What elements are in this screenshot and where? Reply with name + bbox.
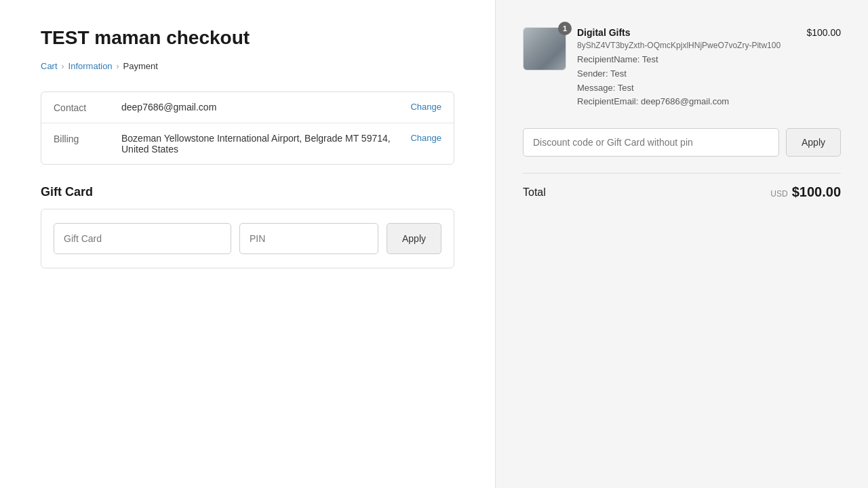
breadcrumb-information[interactable]: Information — [68, 61, 113, 71]
product-recipient-email: RecipientEmail: deep7686@gmail.com — [577, 95, 795, 109]
gift-card-apply-button[interactable]: Apply — [387, 223, 441, 254]
billing-value: Bozeman Yellowstone International Airpor… — [121, 133, 397, 155]
right-panel: 1 Digital Gifts 8yShZ4VT3byZxth-OQmcKpjx… — [495, 0, 868, 488]
product-image-wrapper: 1 — [523, 27, 566, 70]
total-currency: USD — [770, 189, 787, 199]
product-sender: Sender: Test — [577, 67, 795, 81]
product-recipient-name: RecipientName: Test — [577, 53, 795, 67]
total-label: Total — [523, 186, 546, 199]
breadcrumb-sep-1: › — [62, 62, 64, 71]
product-code: 8yShZ4VT3byZxth-OQmcKpjxlHNjPweO7voZry-P… — [577, 41, 795, 50]
breadcrumb: Cart › Information › Payment — [41, 61, 454, 71]
product-meta: RecipientName: Test Sender: Test Message… — [577, 53, 795, 109]
product-details: Digital Gifts 8yShZ4VT3byZxth-OQmcKpjxlH… — [577, 27, 795, 109]
gift-card-inputs: Apply — [54, 223, 441, 254]
discount-input[interactable] — [523, 128, 779, 157]
total-amount-wrapper: USD $100.00 — [770, 184, 841, 200]
breadcrumb-cart[interactable]: Cart — [41, 61, 58, 71]
billing-change-link[interactable]: Change — [410, 133, 441, 143]
product-message: Message: Test — [577, 81, 795, 96]
product-item: 1 Digital Gifts 8yShZ4VT3byZxth-OQmcKpjx… — [523, 27, 841, 109]
pin-input[interactable] — [239, 223, 378, 254]
gift-card-box: Apply — [41, 209, 454, 268]
contact-change-link[interactable]: Change — [410, 102, 441, 112]
product-image — [523, 27, 566, 70]
contact-row: Contact deep7686@gmail.com Change — [41, 92, 454, 123]
quantity-badge: 1 — [558, 22, 572, 35]
discount-row: Apply — [523, 128, 841, 157]
info-card: Contact deep7686@gmail.com Change Billin… — [41, 92, 454, 165]
contact-label: Contact — [54, 102, 108, 113]
contact-value: deep7686@gmail.com — [121, 102, 397, 113]
product-price: $100.00 — [806, 27, 841, 38]
discount-apply-button[interactable]: Apply — [786, 128, 841, 157]
store-title: TEST maman checkout — [41, 27, 454, 49]
breadcrumb-current: Payment — [123, 61, 158, 71]
breadcrumb-sep-2: › — [117, 62, 119, 71]
total-amount: $100.00 — [792, 184, 841, 200]
total-row: Total USD $100.00 — [523, 173, 841, 200]
gift-card-input[interactable] — [54, 223, 231, 254]
product-name: Digital Gifts — [577, 27, 795, 38]
billing-row: Billing Bozeman Yellowstone Internationa… — [41, 123, 454, 164]
billing-label: Billing — [54, 133, 108, 144]
gift-card-section-title: Gift Card — [41, 185, 454, 199]
left-panel: TEST maman checkout Cart › Information ›… — [0, 0, 495, 488]
